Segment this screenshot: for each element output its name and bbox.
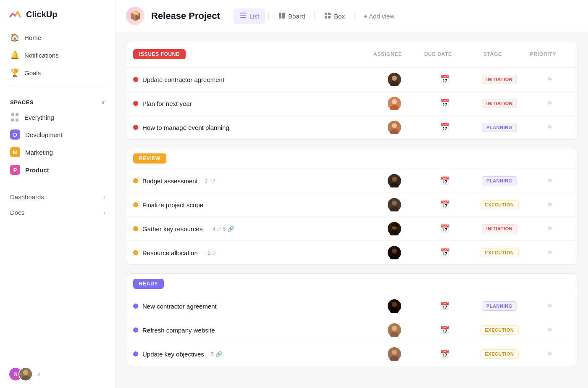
svg-point-33 xyxy=(392,248,397,253)
priority-dot xyxy=(133,101,138,106)
flag-icon: ⚑ xyxy=(547,225,553,233)
task-name-cell: Refresh company website xyxy=(133,327,369,334)
stage-badge: PLANNING xyxy=(482,301,517,311)
calendar-icon: 📅 xyxy=(440,176,449,185)
meta-count: 3 xyxy=(205,178,207,184)
task-meta: +4 ◇ 5 🔗 xyxy=(209,226,234,232)
priority-cell: ⚑ xyxy=(529,225,571,233)
stage-cell: PLANNING xyxy=(470,176,529,185)
group-issues-found: ISSUES FOUND ASSIGNEE DUE DATE STAGE PRI… xyxy=(126,41,578,140)
stage-cell: INITIATION xyxy=(470,99,529,108)
stage-badge: EXECUTION xyxy=(480,248,518,257)
priority-dot xyxy=(133,250,138,255)
stage-cell: INITIATION xyxy=(470,75,529,84)
board-view-label: Board xyxy=(288,13,305,20)
add-view-button[interactable]: + Add view xyxy=(358,10,400,23)
nav-goals[interactable]: 🏆 Goals xyxy=(5,64,110,82)
svg-rect-11 xyxy=(328,16,331,18)
dashboards-label: Dashboards xyxy=(10,193,44,201)
task-row[interactable]: Refresh company website 📅 EXECUTION ⚑ xyxy=(126,318,578,342)
meta-count: +4 ◇ 5 🔗 xyxy=(209,226,234,232)
calendar-icon: 📅 xyxy=(440,123,449,132)
calendar-icon: 📅 xyxy=(440,349,449,359)
nav-home[interactable]: 🏠 Home xyxy=(5,29,110,46)
due-date-cell: 📅 xyxy=(420,99,470,108)
svg-point-31 xyxy=(391,224,394,227)
meta-count: 5 🔗 xyxy=(211,351,222,357)
home-icon: 🏠 xyxy=(10,33,19,42)
assignee-avatar xyxy=(388,347,401,361)
priority-dot xyxy=(133,226,138,231)
flag-icon: ⚑ xyxy=(547,100,553,108)
col-assignee-1: ASSIGNEE xyxy=(362,47,413,61)
view-box-button[interactable]: Box xyxy=(318,9,351,24)
view-list-button[interactable]: List xyxy=(234,8,265,24)
col-stage-1: STAGE xyxy=(463,47,522,61)
calendar-icon: 📅 xyxy=(440,99,449,108)
svg-rect-10 xyxy=(325,16,327,18)
calendar-icon: 📅 xyxy=(440,301,449,311)
nav-docs[interactable]: Docs › xyxy=(0,205,116,220)
due-date-cell: 📅 xyxy=(420,248,470,257)
assignee-cell xyxy=(369,73,420,86)
view-board-button[interactable]: Board xyxy=(272,9,311,24)
spaces-toggle[interactable]: Spaces ∨ xyxy=(10,99,105,106)
sidebar-item-product[interactable]: P Product xyxy=(5,161,110,179)
group-issues-badge: ISSUES FOUND xyxy=(133,49,186,59)
logo-text: ClickUp xyxy=(26,10,57,19)
priority-dot xyxy=(133,77,138,82)
svg-point-25 xyxy=(392,201,397,206)
task-meta: 5 🔗 xyxy=(211,351,222,357)
stage-badge: EXECUTION xyxy=(480,349,518,359)
assignee-cell xyxy=(369,121,420,134)
sidebar-item-development[interactable]: D Development xyxy=(5,126,110,143)
task-row[interactable]: Budget assessment 3 ↺ 📅 PLANNING ⚑ xyxy=(126,169,578,193)
sidebar-item-everything[interactable]: Everything xyxy=(5,109,110,126)
everything-icon xyxy=(10,113,19,122)
subtask-icon: ↺ xyxy=(211,177,216,184)
sidebar-divider-1 xyxy=(8,87,107,87)
task-row[interactable]: Update key objectives 5 🔗 📅 EXECUTION ⚑ xyxy=(126,342,578,366)
sidebar-item-marketing[interactable]: M Marketing xyxy=(5,143,110,161)
goals-icon: 🏆 xyxy=(10,68,19,77)
meta-count: +2 ◇ xyxy=(205,250,216,256)
user2-avatar-image xyxy=(19,367,32,381)
due-date-cell: 📅 xyxy=(420,75,470,84)
group-ready: READY New contractor agreement 📅 PLANNIN… xyxy=(126,273,578,366)
docs-chevron-icon: › xyxy=(103,209,105,216)
flag-icon: ⚑ xyxy=(547,177,553,185)
box-view-label: Box xyxy=(334,13,345,20)
stage-badge: INITIATION xyxy=(482,75,517,84)
assignee-cell xyxy=(369,323,420,337)
stage-cell: PLANNING xyxy=(470,123,529,132)
svg-point-39 xyxy=(392,326,397,331)
task-row[interactable]: Gather key resources +4 ◇ 5 🔗 📅 INITIATI… xyxy=(126,217,578,241)
project-icon: 📦 xyxy=(126,7,144,25)
task-row[interactable]: How to manage event planning 📅 PLANNING … xyxy=(126,116,578,139)
main-content: 📦 Release Project List Board xyxy=(116,0,588,388)
task-row[interactable]: Update contractor agreement 📅 INITIATION… xyxy=(126,68,578,92)
assignee-cell xyxy=(369,246,420,259)
nav-dashboards[interactable]: Dashboards › xyxy=(0,189,116,205)
stage-cell: INITIATION xyxy=(470,224,529,233)
task-name: New contractor agreement xyxy=(142,303,217,310)
main-header: 📦 Release Project List Board xyxy=(116,0,588,32)
logo-area[interactable]: ClickUp xyxy=(0,0,116,29)
sidebar: ClickUp 🏠 Home 🔔 Notifications 🏆 Goals S… xyxy=(0,0,116,388)
task-row[interactable]: Resource allocation +2 ◇ 📅 EXECUTION ⚑ xyxy=(126,241,578,264)
flag-icon: ⚑ xyxy=(547,350,553,358)
docs-label: Docs xyxy=(10,209,24,216)
task-row[interactable]: New contractor agreement 📅 PLANNING ⚑ xyxy=(126,294,578,318)
col-priority-1: PRIORITY xyxy=(522,47,564,61)
nav-notifications[interactable]: 🔔 Notifications xyxy=(5,46,110,64)
priority-cell: ⚑ xyxy=(529,124,571,132)
user-menu-chevron[interactable]: ∨ xyxy=(37,371,41,377)
task-row[interactable]: Plan for next year 📅 INITIATION ⚑ xyxy=(126,92,578,116)
task-row[interactable]: Finalize project scope 📅 EXECUTION ⚑ xyxy=(126,193,578,217)
task-name: How to manage event planning xyxy=(142,124,229,131)
calendar-icon: 📅 xyxy=(440,200,449,209)
due-date-cell: 📅 xyxy=(420,301,470,311)
stage-badge: PLANNING xyxy=(482,123,517,132)
user-avatar-stack[interactable]: S xyxy=(8,367,33,381)
col-due-date-1: DUE DATE xyxy=(413,47,463,61)
